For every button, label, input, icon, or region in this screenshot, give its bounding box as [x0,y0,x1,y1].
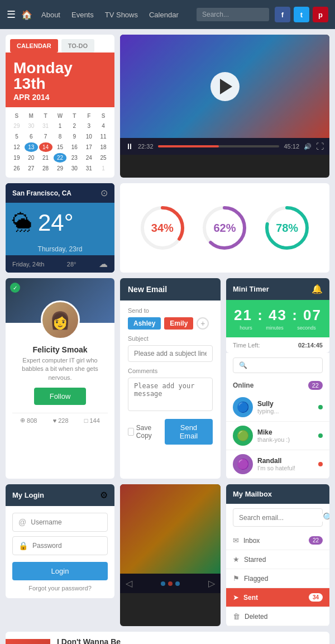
mailbox-deleted[interactable]: 🗑 Deleted [226,607,329,626]
calendar-tab[interactable]: CALENDAR [10,39,58,53]
volume-icon[interactable]: 🔊 [304,143,312,150]
chart-item-3: 78% [262,203,312,253]
weather-next-temp: 28° [67,261,76,268]
mailbox-items: ✉ Inbox 22 ★ Starred ⚑ Flagged [226,531,329,626]
weather-next-day: Friday, 24th [12,261,44,268]
follow-button[interactable]: Follow [34,388,87,405]
login-widget: My Login ⚙ @ 🔒 Login Forgot your passwor… [6,484,114,598]
video2-thumbnail [120,484,221,574]
sully-name: Sully [257,400,314,408]
chart-item-2: 62% [199,203,250,253]
timer-display: 21 : 43 : 07 hours minutes seconds [226,300,329,337]
lock-icon: 🔒 [18,541,28,550]
starred-icon: ★ [233,555,240,564]
video-current-time: 22:32 [138,143,154,150]
profile-background: ✓ 👩 [6,278,114,323]
nav-search-input[interactable] [197,8,269,21]
video-progress-fill [158,145,219,147]
weather-header: San Francisco, CA ⊙ [6,183,114,203]
chart-label-2: 62% [199,203,250,253]
pause-button[interactable]: ⏸ [126,142,133,151]
forgot-password-link[interactable]: Forgot your password? [12,585,108,591]
mailbox-sent[interactable]: ➤ Sent 34 [226,588,329,607]
row-5: 🎵 I Don't Wanna Be Gavin DeGraw 01:54 ▶ … [6,632,329,644]
video-controls: ⏸ 22:32 45:12 🔊 ⛶ [120,138,329,155]
stat-posts: ⊕ 808 [20,417,37,424]
chat-item-randall[interactable]: 🟣 Randall I'm so hateful! [226,450,329,479]
chat-item-sully[interactable]: 🔵 Sully typing... [226,393,329,422]
timer-seconds: 07 [303,307,322,323]
home-icon[interactable]: 🏠 [21,9,32,20]
deleted-icon: 🗑 [233,612,240,621]
profile-avatar: 👩 [41,300,80,340]
recipient-ashley[interactable]: Ashley [128,317,161,330]
music-title: I Don't Wanna Be [57,637,282,644]
todo-tab[interactable]: TO-DO [61,39,94,53]
hamburger-icon[interactable]: ☰ [7,8,16,21]
chat-widget: Online 22 🔵 Sully typing... 🟢 Mike thank [226,353,329,479]
flagged-icon: ⚑ [233,574,240,583]
calendar-grid: S M T W T F S 29 30 31 1 2 3 4 5 [10,112,110,173]
chat-item-mike[interactable]: 🟢 Mike thank-you :) [226,422,329,450]
nav-events[interactable]: Events [71,11,94,19]
password-input[interactable] [32,542,102,550]
weather-settings-icon[interactable]: ⊙ [100,188,108,198]
mailbox-flagged[interactable]: ⚑ Flagged [226,569,329,588]
recipient-emily[interactable]: Emily [164,317,193,330]
mailbox-starred[interactable]: ★ Starred [226,550,329,569]
play-button[interactable] [210,72,240,101]
row-3: ✓ 👩 Felicity Smoak Expert computer IT gi… [6,278,329,479]
charts-widget: 34% 62% [120,183,329,273]
weather-condition-icon: 🌦 [12,211,32,235]
video-progress-bar[interactable] [158,145,280,147]
save-copy-checkbox[interactable] [128,428,134,436]
randall-name: Randall [257,457,314,465]
mike-status-dot [318,433,323,438]
calendar-day: Monday 13th [13,60,107,92]
email-actions: Save Copy Send Email [128,419,213,445]
add-recipient-button[interactable]: + [197,317,209,330]
profile-name: Felicity Smoak [12,345,108,354]
deleted-label: Deleted [245,613,267,621]
chat-search-wrapper [233,357,323,373]
timer-footer: Time Left: 02:14:45 [226,337,329,353]
mailbox-title: My Mailbox [233,490,323,498]
facebook-button[interactable]: f [275,7,290,22]
send-email-button[interactable]: Send Email [165,419,213,445]
timer-alarm-icon[interactable]: 🔔 [312,284,323,294]
mailbox-inbox[interactable]: ✉ Inbox 22 [226,531,329,550]
send-to-label: Send to [128,307,213,314]
video2-overlay [120,484,221,626]
chart-label-1: 34% [137,203,188,253]
mailbox-search-input[interactable] [239,514,323,522]
twitter-button[interactable]: t [294,7,309,22]
weather-city: San Francisco, CA [12,189,71,197]
email-body: Send to Ashley Emily + Subject Comments … [120,300,221,451]
pinterest-button[interactable]: p [313,7,328,22]
subject-input[interactable] [128,345,213,362]
chat-search-input[interactable] [233,357,323,373]
save-copy-label: Save Copy [136,424,160,440]
video-widget: ⏸ 22:32 45:12 🔊 ⛶ [120,35,329,178]
randall-status-dot [318,462,323,466]
video-thumbnail [120,35,329,138]
login-settings-icon[interactable]: ⚙ [100,490,108,500]
sully-status: typing... [257,408,314,414]
chat-search-section [226,353,329,378]
save-copy-checkbox-area[interactable]: Save Copy [128,424,160,440]
calendar-header: Monday 13th APR 2014 [6,53,114,107]
main-content: CALENDAR TO-DO Monday 13th APR 2014 S M … [0,29,335,644]
comments-count: 144 [89,417,99,424]
timer-labels: hours minutes seconds [233,325,323,331]
weather-next-icon: ☁ [99,259,108,269]
login-button[interactable]: Login [12,562,108,580]
nav-calendar[interactable]: Calendar [149,11,179,19]
comments-textarea[interactable] [128,378,213,411]
username-input[interactable] [31,518,102,526]
sent-label: Sent [243,594,258,602]
nav-about[interactable]: About [41,11,60,19]
nav-tvshows[interactable]: TV Shows [105,11,138,19]
timer-header: Mini Timer 🔔 [226,278,329,300]
fullscreen-icon[interactable]: ⛶ [316,142,324,151]
video2-widget: ◁ ▷ [120,484,221,626]
